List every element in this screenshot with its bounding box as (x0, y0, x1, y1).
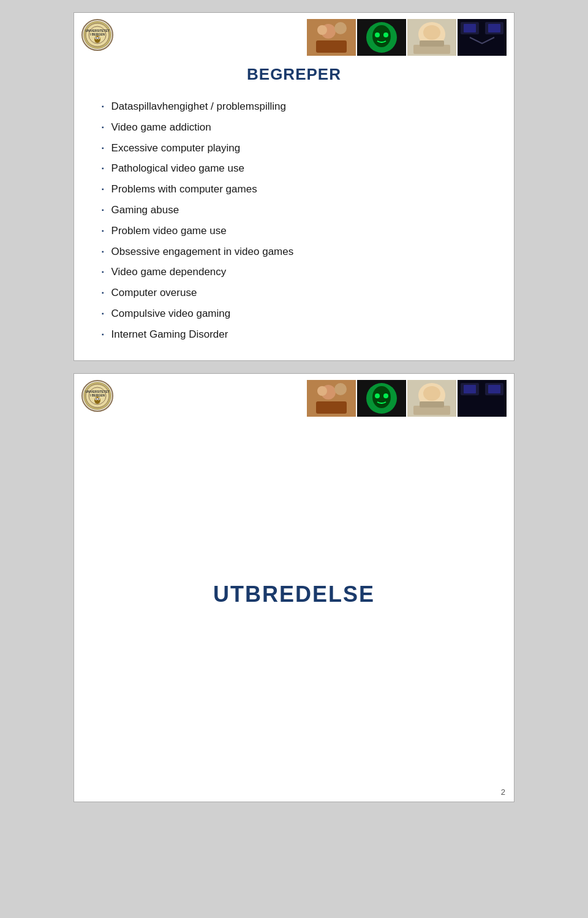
header-photo-strip (307, 19, 507, 56)
svg-point-47 (372, 386, 391, 408)
list-item: ▪Video game addiction (102, 117, 496, 138)
svg-point-44 (317, 386, 327, 396)
svg-point-49 (383, 393, 388, 398)
bullet-text: Video game dependency (111, 265, 227, 279)
svg-point-38 (98, 398, 99, 400)
bullet-text: Gaming abuse (111, 203, 179, 218)
slide-1-title: BEGREPER (74, 56, 514, 90)
university-logo-2: UNIVERSITETET I BERGEN (81, 380, 113, 412)
bullet-text: Problems with computer games (111, 182, 257, 197)
slide-2-title: UTBREDELSE (213, 582, 375, 607)
list-item: ▪Gaming abuse (102, 200, 496, 221)
svg-rect-13 (316, 40, 347, 53)
svg-point-14 (317, 25, 327, 35)
bullet-list: ▪Dataspillavhengighet / problemspilling▪… (102, 96, 496, 345)
list-item: ▪Dataspillavhengighet / problemspilling (102, 96, 496, 117)
svg-rect-28 (464, 24, 476, 32)
bullet-text: Dataspillavhengighet / problemspilling (111, 99, 286, 114)
page-number: 2 (501, 787, 505, 797)
header-photo-2 (357, 19, 406, 56)
bullet-text: Video game addiction (111, 120, 211, 135)
header-photo-4 (458, 19, 507, 56)
list-item: ▪Problems with computer games (102, 179, 496, 200)
bullet-text: Pathological video game use (111, 161, 244, 176)
list-item: ▪Excessive computer playing (102, 138, 496, 159)
logo-inner: UNIVERSITETET I BERGEN (83, 21, 111, 49)
bullet-icon: ▪ (102, 164, 104, 173)
svg-point-12 (334, 22, 347, 34)
university-logo: UNIVERSITETET I BERGEN (81, 19, 113, 51)
svg-point-48 (375, 393, 380, 398)
bullet-icon: ▪ (102, 123, 104, 132)
svg-point-52 (423, 386, 440, 401)
svg-rect-58 (464, 385, 476, 393)
bullet-text: Computer overuse (111, 286, 197, 300)
logo-inner-2: UNIVERSITETET I BERGEN (83, 382, 111, 410)
bullet-text: Internet Gaming Disorder (111, 327, 228, 342)
svg-rect-43 (316, 401, 347, 414)
header-photo-2-2 (357, 380, 406, 417)
svg-point-42 (334, 383, 347, 395)
svg-point-22 (423, 25, 440, 40)
svg-rect-24 (420, 40, 444, 47)
bullet-icon: ▪ (102, 227, 104, 235)
svg-point-17 (372, 25, 391, 47)
bullet-icon: ▪ (102, 206, 104, 214)
svg-point-18 (375, 32, 380, 37)
list-item: ▪Compulsive video gaming (102, 303, 496, 324)
bullet-text: Compulsive video gaming (111, 306, 231, 321)
header-photo-strip-2 (307, 380, 507, 417)
svg-rect-29 (488, 24, 500, 32)
bullet-icon: ▪ (102, 185, 104, 194)
svg-rect-59 (488, 385, 500, 393)
bullet-icon: ▪ (102, 330, 104, 339)
bullet-text: Problem video game use (111, 224, 227, 238)
list-item: ▪Obsessive engagement in video games (102, 241, 496, 262)
slide-2-header: UNIVERSITETET I BERGEN (74, 374, 514, 417)
list-item: ▪Problem video game use (102, 221, 496, 241)
slide-2-content: UTBREDELSE (74, 417, 514, 772)
slide-1-header: UNIVERSITETET I BERGEN (74, 13, 514, 56)
slide-2: UNIVERSITETET I BERGEN (74, 373, 514, 802)
header-photo-2-3 (407, 380, 456, 417)
slide-1: UNIVERSITETET I BERGEN (74, 12, 514, 361)
bullet-icon: ▪ (102, 248, 104, 256)
bullet-icon: ▪ (102, 144, 104, 153)
header-photo-2-4 (458, 380, 507, 417)
svg-rect-54 (420, 401, 444, 408)
slide-1-content: ▪Dataspillavhengighet / problemspilling▪… (74, 90, 514, 360)
bullet-icon: ▪ (102, 102, 104, 111)
list-item: ▪Pathological video game use (102, 158, 496, 179)
bullet-icon: ▪ (102, 309, 104, 318)
svg-point-8 (98, 37, 99, 39)
list-item: ▪Video game dependency (102, 262, 496, 283)
bullet-text: Obsessive engagement in video games (111, 245, 294, 259)
svg-point-19 (383, 32, 388, 37)
bullet-icon: ▪ (102, 289, 104, 297)
header-photo-1 (307, 19, 356, 56)
header-photo-3 (407, 19, 456, 56)
list-item: ▪Computer overuse (102, 283, 496, 303)
header-photo-2-1 (307, 380, 356, 417)
svg-point-37 (96, 398, 97, 400)
svg-point-7 (96, 37, 97, 39)
bullet-text: Excessive computer playing (111, 141, 241, 156)
bullet-icon: ▪ (102, 268, 104, 276)
list-item: ▪Internet Gaming Disorder (102, 324, 496, 345)
